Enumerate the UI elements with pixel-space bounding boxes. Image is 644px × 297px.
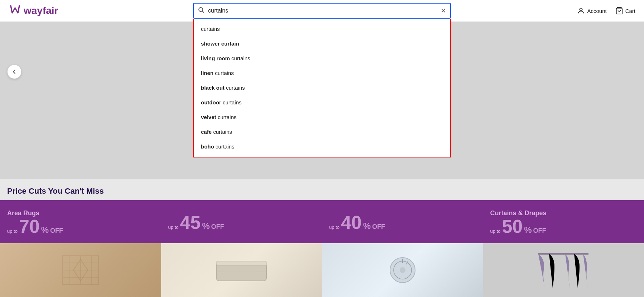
account-label: Account — [587, 8, 606, 14]
price-cuts-title: Price Cuts You Can't Miss — [0, 179, 644, 200]
search-input[interactable] — [208, 8, 441, 14]
promo-card-appliances[interactable]: up to 40 % OFF — [322, 200, 483, 297]
suggestion-velvet-curtains[interactable]: velvet curtains — [194, 110, 450, 124]
promo-off: OFF — [50, 227, 63, 235]
suggestion-text: curtains — [201, 26, 220, 32]
promo-image-appliances — [322, 243, 483, 297]
svg-point-17 — [400, 267, 405, 273]
promo-percent: 50 — [502, 217, 523, 236]
promo-image-curtains-drapes — [483, 243, 644, 297]
suggestion-outdoor-curtains[interactable]: outdoor curtains — [194, 95, 450, 110]
header: wayfair ✕ curtains shower curtain living… — [0, 0, 644, 22]
promo-percent-sign: % — [202, 221, 210, 231]
promo-image-mattresses — [161, 243, 322, 297]
suggestion-living-room-curtains[interactable]: living room curtains — [194, 51, 450, 66]
search-clear-button[interactable]: ✕ — [441, 8, 446, 14]
account-button[interactable]: Account — [577, 7, 606, 15]
suggestion-normal: curtains — [214, 143, 235, 150]
promo-off: OFF — [372, 223, 385, 231]
cart-icon — [615, 7, 623, 15]
account-icon — [577, 7, 585, 15]
promo-off: OFF — [533, 227, 546, 235]
svg-point-2 — [580, 8, 582, 11]
logo-text: wayfair — [24, 5, 58, 16]
suggestion-black-out-curtains[interactable]: black out curtains — [194, 80, 450, 95]
promo-upto: up to — [7, 228, 18, 234]
promo-off: OFF — [211, 223, 224, 231]
suggestion-normal: curtains — [230, 55, 250, 61]
suggestion-normal: curtains — [225, 85, 245, 91]
suggestion-bold: outdoor — [201, 99, 221, 105]
suggestion-bold: velvet — [201, 114, 216, 120]
price-cuts-section: Price Cuts You Can't Miss Area Rugs up t… — [0, 179, 644, 297]
promo-image-area-rugs — [0, 243, 161, 297]
promo-discount-curtains-drapes: up to 50 % OFF — [490, 217, 637, 236]
suggestion-bold: boho — [201, 143, 214, 150]
promo-percent-sign: % — [524, 225, 532, 235]
promo-card-area-rugs[interactable]: Area Rugs up to 70 % OFF — [0, 200, 161, 297]
wayfair-logo-icon — [9, 3, 21, 19]
promo-header-appliances: up to 40 % OFF — [322, 200, 483, 243]
suggestion-curtains[interactable]: curtains — [194, 22, 450, 36]
suggestion-boho-curtains[interactable]: boho curtains — [194, 139, 450, 154]
logo-link[interactable]: wayfair — [9, 3, 58, 19]
svg-rect-13 — [216, 261, 266, 265]
promo-header-curtains-drapes: Curtains & Drapes up to 50 % OFF — [483, 200, 644, 243]
suggestion-normal: curtains — [213, 70, 234, 76]
promo-upto: up to — [168, 225, 179, 230]
suggestion-bold: shower curtain — [201, 41, 239, 47]
chevron-left-icon — [11, 69, 17, 75]
suggestion-normal: curtains — [216, 114, 237, 120]
suggestion-bold: linen — [201, 70, 213, 76]
promo-percent: 70 — [19, 217, 40, 236]
promo-card-mattresses[interactable]: up to 45 % OFF — [161, 200, 322, 297]
promo-header-mattresses: up to 45 % OFF — [161, 200, 322, 243]
promo-upto: up to — [490, 228, 501, 234]
promo-upto: up to — [329, 225, 340, 230]
promo-header-area-rugs: Area Rugs up to 70 % OFF — [0, 200, 161, 243]
promo-discount-appliances: up to 40 % OFF — [329, 213, 476, 232]
search-icon — [198, 7, 205, 15]
header-right: Account Cart — [577, 7, 635, 15]
promo-grid: Area Rugs up to 70 % OFF — [0, 200, 644, 297]
search-area: ✕ curtains shower curtain living room cu… — [193, 3, 451, 19]
search-box-container: ✕ — [193, 3, 451, 19]
promo-discount-area-rugs: up to 70 % OFF — [7, 217, 154, 236]
suggestion-bold: cafe — [201, 129, 212, 135]
suggestion-bold: black out — [201, 85, 225, 91]
suggestion-bold: living room — [201, 55, 230, 61]
suggestion-normal: curtains — [212, 129, 232, 135]
cart-button[interactable]: Cart — [615, 7, 635, 15]
suggestion-shower-curtain[interactable]: shower curtain — [194, 36, 450, 51]
promo-discount-mattresses: up to 45 % OFF — [168, 213, 315, 232]
promo-percent: 40 — [341, 213, 362, 232]
promo-percent: 45 — [180, 213, 201, 232]
promo-card-curtains-drapes[interactable]: Curtains & Drapes up to 50 % OFF — [483, 200, 644, 297]
suggestion-cafe-curtains[interactable]: cafe curtains — [194, 124, 450, 139]
suggestion-linen-curtains[interactable]: linen curtains — [194, 66, 450, 80]
left-nav-button[interactable] — [7, 65, 21, 79]
svg-line-1 — [202, 11, 204, 13]
promo-percent-sign: % — [363, 221, 371, 231]
cart-label: Cart — [625, 8, 635, 14]
promo-percent-sign: % — [41, 225, 49, 235]
suggestion-normal: curtains — [221, 99, 242, 105]
search-dropdown: curtains shower curtain living room curt… — [193, 19, 451, 157]
